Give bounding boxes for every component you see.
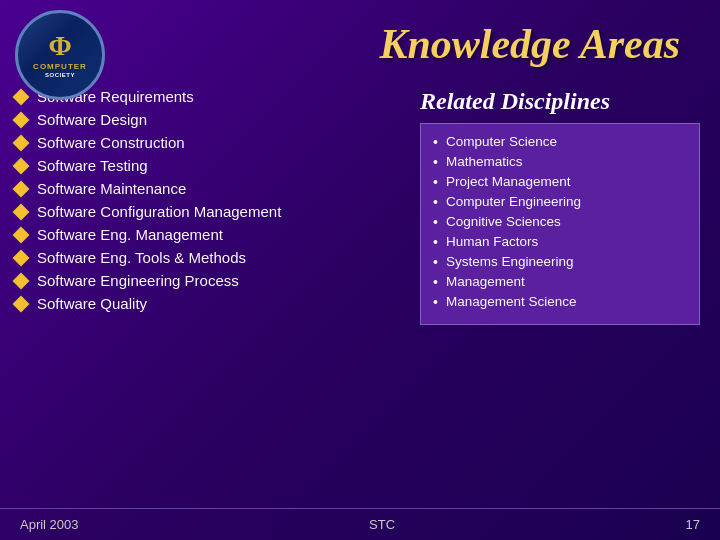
related-item-label: Cognitive Sciences (446, 214, 561, 229)
list-item-label: Software Eng. Management (37, 226, 223, 243)
bullet-icon (13, 134, 30, 151)
bullet-icon (13, 249, 30, 266)
footer: April 2003 STC 17 (0, 508, 720, 540)
phi-symbol: Φ (48, 30, 71, 62)
list-item-label: Software Configuration Management (37, 203, 281, 220)
list-item-label: Software Design (37, 111, 147, 128)
list-item: Software Quality (15, 295, 400, 312)
list-item: Computer Science (433, 134, 687, 150)
related-item-label: Management Science (446, 294, 577, 309)
related-item-label: Mathematics (446, 154, 523, 169)
list-item-label: Software Eng. Tools & Methods (37, 249, 246, 266)
footer-center: STC (369, 517, 395, 532)
list-item: Project Management (433, 174, 687, 190)
logo-text: COMPUTER SOCIETY (33, 62, 87, 80)
list-item: Systems Engineering (433, 254, 687, 270)
list-item: Human Factors (433, 234, 687, 250)
footer-date: April 2003 (20, 517, 79, 532)
list-item-label: Software Engineering Process (37, 272, 239, 289)
ieee-logo: Φ COMPUTER SOCIETY (15, 10, 105, 100)
bullet-icon (13, 111, 30, 128)
related-item-label: Project Management (446, 174, 571, 189)
list-item: Software Engineering Process (15, 272, 400, 289)
list-item: Cognitive Sciences (433, 214, 687, 230)
related-disciplines-panel: Related Disciplines Computer ScienceMath… (420, 88, 700, 325)
related-item-label: Management (446, 274, 525, 289)
list-item: Software Construction (15, 134, 400, 151)
main-content: Software RequirementsSoftware DesignSoft… (0, 78, 720, 335)
list-item: Management Science (433, 294, 687, 310)
bullet-icon (13, 295, 30, 312)
page-title: Knowledge Areas (15, 15, 690, 68)
list-item-label: Software Quality (37, 295, 147, 312)
related-item-label: Human Factors (446, 234, 538, 249)
related-disciplines-box: Computer ScienceMathematicsProject Manag… (420, 123, 700, 325)
footer-page: 17 (686, 517, 700, 532)
knowledge-areas-list: Software RequirementsSoftware DesignSoft… (15, 88, 400, 325)
header: Knowledge Areas (0, 0, 720, 78)
list-item-label: Software Maintenance (37, 180, 186, 197)
list-item: Software Testing (15, 157, 400, 174)
bullet-icon (13, 226, 30, 243)
bullet-icon (13, 157, 30, 174)
related-disciplines-title: Related Disciplines (420, 88, 700, 115)
related-item-label: Computer Science (446, 134, 557, 149)
list-item: Software Eng. Management (15, 226, 400, 243)
list-item: Software Maintenance (15, 180, 400, 197)
list-item: Computer Engineering (433, 194, 687, 210)
list-item: Software Eng. Tools & Methods (15, 249, 400, 266)
list-item-label: Software Testing (37, 157, 148, 174)
list-item: Mathematics (433, 154, 687, 170)
related-item-label: Systems Engineering (446, 254, 574, 269)
bullet-icon (13, 180, 30, 197)
bullet-icon (13, 272, 30, 289)
related-item-label: Computer Engineering (446, 194, 581, 209)
list-item: Software Configuration Management (15, 203, 400, 220)
list-item: Software Design (15, 111, 400, 128)
related-disciplines-list: Computer ScienceMathematicsProject Manag… (433, 134, 687, 310)
list-item: Management (433, 274, 687, 290)
slide: Φ COMPUTER SOCIETY Knowledge Areas Softw… (0, 0, 720, 540)
list-item-label: Software Construction (37, 134, 185, 151)
bullet-icon (13, 203, 30, 220)
